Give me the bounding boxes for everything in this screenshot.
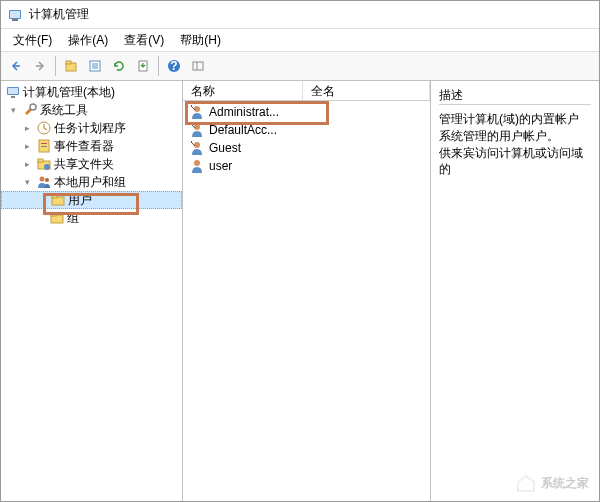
tree-local-users-groups[interactable]: ▾ 本地用户和组 (1, 173, 182, 191)
desc-header[interactable]: 描述 (439, 85, 591, 105)
list-header: 名称 全名 (183, 81, 430, 101)
toolbar-divider (158, 56, 159, 76)
list-label: DefaultAcc... (209, 123, 277, 137)
tree-event-viewer[interactable]: ▸ 事件查看器 (1, 137, 182, 155)
svg-rect-21 (41, 146, 47, 147)
svg-rect-23 (38, 159, 43, 162)
tree-shared-folders[interactable]: ▸ 共享文件夹 (1, 155, 182, 173)
tree-label: 事件查看器 (54, 138, 114, 155)
svg-point-32 (194, 124, 200, 130)
col-fullname[interactable]: 全名 (303, 81, 430, 100)
tree-label: 系统工具 (40, 102, 88, 119)
computer-icon (5, 84, 21, 100)
tree-root[interactable]: 计算机管理(本地) (1, 83, 182, 101)
folder-icon (49, 210, 65, 226)
svg-rect-4 (66, 61, 71, 64)
svg-rect-30 (51, 213, 56, 216)
tree-panel[interactable]: 计算机管理(本地) ▾ 系统工具 ▸ 任务计划程序 ▸ 事件查看器 ▸ 共享文件… (1, 81, 183, 501)
export-button[interactable] (132, 55, 154, 77)
list-label: user (209, 159, 232, 173)
toolbar: ? (1, 51, 599, 81)
list-label: Guest (209, 141, 241, 155)
svg-point-26 (45, 178, 49, 182)
svg-point-24 (44, 164, 50, 170)
user-icon (189, 122, 205, 138)
forward-button[interactable] (29, 55, 51, 77)
titlebar-title: 计算机管理 (29, 6, 89, 23)
menu-help[interactable]: 帮助(H) (172, 30, 229, 51)
svg-rect-15 (8, 88, 18, 94)
tree-label: 用户 (68, 192, 92, 209)
tree-label: 共享文件夹 (54, 156, 114, 173)
tools-icon (22, 102, 38, 118)
tree-label: 任务计划程序 (54, 120, 126, 137)
app-icon (7, 7, 23, 23)
back-button[interactable] (5, 55, 27, 77)
description-panel: 描述 管理计算机(域)的内置帐户 系统管理的用户帐户。 供来宾访问计算机或访问域… (431, 81, 599, 501)
tree-groups[interactable]: 组 (1, 209, 182, 227)
svg-rect-1 (12, 19, 18, 21)
desc-line: 系统管理的用户帐户。 (439, 128, 591, 145)
clock-icon (36, 120, 52, 136)
tree-label: 计算机管理(本地) (23, 84, 115, 101)
svg-point-31 (194, 106, 200, 112)
help-button[interactable]: ? (163, 55, 185, 77)
event-viewer-icon (36, 138, 52, 154)
list-item-defaultaccount[interactable]: DefaultAcc... (183, 121, 430, 139)
list-panel: 名称 全名 Administrat... DefaultAcc... Guest… (183, 81, 431, 501)
folder-icon (50, 192, 66, 208)
list-item-user[interactable]: user (183, 157, 430, 175)
watermark-text: 系统之家 (541, 475, 589, 492)
tree-system-tools[interactable]: ▾ 系统工具 (1, 101, 182, 119)
titlebar: 计算机管理 (1, 1, 599, 29)
svg-point-17 (30, 104, 36, 110)
chevron-down-icon[interactable]: ▾ (21, 176, 34, 189)
user-icon (189, 104, 205, 120)
users-groups-icon (36, 174, 52, 190)
list-item-administrator[interactable]: Administrat... (183, 103, 430, 121)
shared-folders-icon (36, 156, 52, 172)
svg-point-25 (40, 177, 45, 182)
menu-view[interactable]: 查看(V) (116, 30, 172, 51)
chevron-right-icon[interactable]: ▸ (21, 158, 34, 171)
tree-users[interactable]: 用户 (1, 191, 182, 209)
desc-body: 管理计算机(域)的内置帐户 系统管理的用户帐户。 供来宾访问计算机或访问域的 (439, 105, 591, 184)
svg-text:?: ? (170, 59, 177, 73)
list-label: Administrat... (209, 105, 279, 119)
menu-action[interactable]: 操作(A) (60, 30, 116, 51)
chevron-right-icon[interactable]: ▸ (21, 122, 34, 135)
chevron-down-icon[interactable]: ▾ (7, 104, 20, 117)
panel-toggle-button[interactable] (187, 55, 209, 77)
svg-rect-20 (41, 143, 47, 144)
watermark: 系统之家 (515, 473, 589, 493)
col-name[interactable]: 名称 (183, 81, 303, 100)
refresh-button[interactable] (108, 55, 130, 77)
content-area: 计算机管理(本地) ▾ 系统工具 ▸ 任务计划程序 ▸ 事件查看器 ▸ 共享文件… (1, 81, 599, 501)
menubar: 文件(F) 操作(A) 查看(V) 帮助(H) (1, 29, 599, 51)
user-icon (189, 140, 205, 156)
properties-button[interactable] (84, 55, 106, 77)
svg-rect-12 (193, 62, 203, 70)
tree-label: 本地用户和组 (54, 174, 126, 191)
svg-rect-28 (52, 195, 57, 198)
svg-point-33 (194, 142, 200, 148)
svg-rect-16 (11, 96, 15, 98)
menu-file[interactable]: 文件(F) (5, 30, 60, 51)
tree-label: 组 (67, 210, 79, 227)
svg-point-34 (194, 160, 200, 166)
list-body: Administrat... DefaultAcc... Guest user (183, 101, 430, 177)
user-icon (189, 158, 205, 174)
list-item-guest[interactable]: Guest (183, 139, 430, 157)
svg-rect-2 (10, 11, 20, 18)
up-button[interactable] (60, 55, 82, 77)
chevron-right-icon[interactable]: ▸ (21, 140, 34, 153)
desc-line: 供来宾访问计算机或访问域的 (439, 145, 591, 179)
desc-line: 管理计算机(域)的内置帐户 (439, 111, 591, 128)
tree-task-scheduler[interactable]: ▸ 任务计划程序 (1, 119, 182, 137)
toolbar-divider (55, 56, 56, 76)
